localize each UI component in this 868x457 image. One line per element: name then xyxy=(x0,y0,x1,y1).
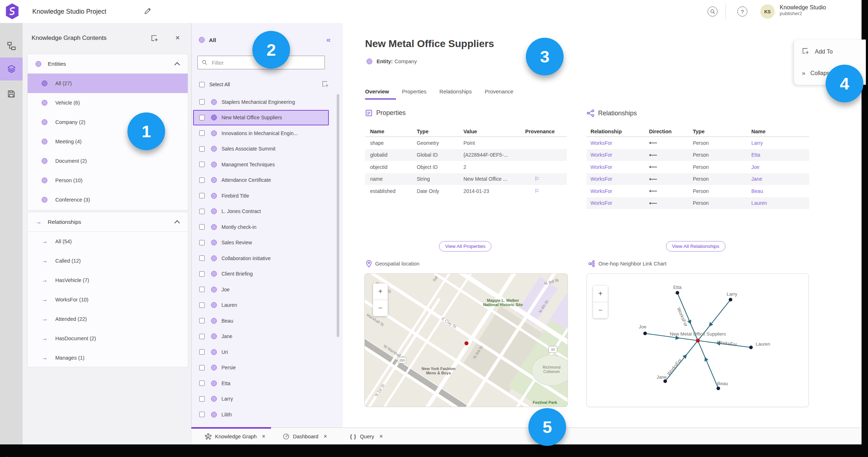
entity-checkbox[interactable] xyxy=(199,146,205,152)
table-row[interactable]: WorksFor ⟵ Person Larry xyxy=(587,137,809,149)
entity-checkbox[interactable] xyxy=(199,240,205,245)
graph-node-jane[interactable] xyxy=(663,379,667,383)
view-all-properties-button[interactable]: View All Properties xyxy=(439,241,491,251)
relationship-link[interactable]: WorksFor xyxy=(591,200,649,206)
view-all-relationships-button[interactable]: View All Relationships xyxy=(666,241,725,251)
entity-checkbox[interactable] xyxy=(199,99,205,105)
tab-query[interactable]: { } Query ✕ xyxy=(350,428,383,445)
entity-checkbox[interactable] xyxy=(199,349,205,355)
select-all-checkbox[interactable] xyxy=(199,82,205,87)
close-tab-icon[interactable]: ✕ xyxy=(262,434,266,439)
entity-checkbox[interactable] xyxy=(199,115,205,120)
entity-type-row[interactable]: Document (2) xyxy=(28,151,188,171)
table-row[interactable]: established Date Only 2014-01-23 ⚐ xyxy=(365,185,567,197)
map[interactable]: W Clay St Marshall St W Marshall St E Cl… xyxy=(364,273,568,407)
relationship-type-row[interactable]: → WorksFor (10) xyxy=(28,290,188,309)
chevron-up-icon[interactable] xyxy=(174,220,180,226)
relationship-link[interactable]: WorksFor xyxy=(591,152,649,158)
related-entity-link[interactable]: Etta xyxy=(751,152,809,158)
tab-dashboard[interactable]: Dashboard ✕ xyxy=(283,428,327,445)
entity-type-row[interactable]: All (27) xyxy=(28,74,188,93)
entity-list-item[interactable]: L. Jones Contract xyxy=(193,204,329,220)
entity-list-item[interactable]: Jane xyxy=(193,329,329,345)
entity-checkbox[interactable] xyxy=(199,412,205,417)
entity-list-item[interactable]: Staplers Mechanical Engineering xyxy=(193,94,329,110)
detail-tab[interactable]: Properties xyxy=(402,88,426,94)
add-to-new-window-icon[interactable] xyxy=(322,80,329,89)
related-entity-link[interactable]: Larry xyxy=(751,140,809,146)
add-to-menu-item[interactable]: Add To xyxy=(794,44,866,60)
relationships-header[interactable]: → Relationships xyxy=(28,212,188,232)
table-row[interactable]: WorksFor ⟵ Person Lauren xyxy=(587,197,809,209)
entity-checkbox[interactable] xyxy=(199,396,205,402)
entity-checkbox[interactable] xyxy=(199,303,205,308)
search-button[interactable] xyxy=(708,6,718,17)
detail-tab[interactable]: Provenance xyxy=(485,88,513,94)
graph-node-larry[interactable] xyxy=(729,298,732,301)
entity-checkbox[interactable] xyxy=(199,209,205,214)
entity-checkbox[interactable] xyxy=(199,365,205,370)
entity-checkbox[interactable] xyxy=(199,287,205,292)
relationship-type-row[interactable]: → HasVehicle (7) xyxy=(28,271,188,290)
entity-checkbox[interactable] xyxy=(199,380,205,386)
relationship-type-row[interactable]: → All (54) xyxy=(28,232,188,251)
avatar[interactable]: KS xyxy=(760,4,775,19)
entity-list-item[interactable]: Joe xyxy=(193,282,329,297)
relationship-type-row[interactable]: → Manages (1) xyxy=(28,348,188,368)
entity-list-item[interactable]: Innovations in Mechanical Engin... xyxy=(193,125,329,141)
entity-list-item[interactable]: Client Briefing xyxy=(193,266,329,282)
entity-list-item[interactable]: Uri xyxy=(193,344,329,360)
related-entity-link[interactable]: Joe xyxy=(751,164,809,170)
table-row[interactable]: shape Geometry Point xyxy=(365,137,567,149)
table-row[interactable]: WorksFor ⟵ Person Jane xyxy=(587,173,809,185)
edit-title-icon[interactable] xyxy=(144,7,151,17)
relationship-type-row[interactable]: → Attended (22) xyxy=(28,309,188,329)
entity-list-item[interactable]: Sales Review xyxy=(193,235,329,251)
relationship-link[interactable]: WorksFor xyxy=(591,140,649,146)
close-tab-icon[interactable]: ✕ xyxy=(379,434,383,439)
provenance-flag-icon[interactable]: ⚐ xyxy=(525,176,567,182)
related-entity-link[interactable]: Lauren xyxy=(751,200,809,206)
entity-list-item[interactable]: Montly check-in xyxy=(193,219,329,235)
tab-knowledge-graph[interactable]: Knowledge Graph ✕ xyxy=(205,428,266,445)
entity-list-item[interactable]: Lilith xyxy=(193,407,329,423)
rail-item-layers[interactable] xyxy=(0,57,23,80)
entity-checkbox[interactable] xyxy=(199,130,205,136)
entity-checkbox[interactable] xyxy=(199,177,205,183)
relationship-type-row[interactable]: → HasDocument (2) xyxy=(28,329,188,348)
entities-header[interactable]: Entities xyxy=(28,54,188,74)
entity-checkbox[interactable] xyxy=(199,255,205,261)
close-panel-icon[interactable]: ✕ xyxy=(175,34,180,41)
entity-list-item[interactable]: Persie xyxy=(193,360,329,376)
graph-node-joe[interactable] xyxy=(643,332,647,335)
entity-checkbox[interactable] xyxy=(199,271,205,277)
close-tab-icon[interactable]: ✕ xyxy=(323,434,327,439)
detail-tab[interactable]: Overview xyxy=(365,88,389,94)
table-row[interactable]: WorksFor ⟵ Person Joe xyxy=(587,161,809,173)
graph-node-beau[interactable] xyxy=(717,387,720,390)
relationship-link[interactable]: WorksFor xyxy=(591,164,649,170)
table-row[interactable]: globalid Global ID {A228944F-0EF5-... xyxy=(365,149,567,161)
expand-rail-icon[interactable]: » xyxy=(6,453,9,457)
entity-list-item[interactable]: New Metal Office Suppliers xyxy=(193,110,329,126)
help-button[interactable]: ? xyxy=(737,6,747,17)
collapse-panel-icon[interactable]: « xyxy=(326,35,331,44)
entity-list-item[interactable]: Lauren xyxy=(193,297,329,313)
link-chart[interactable]: + − xyxy=(587,273,809,407)
entity-checkbox[interactable] xyxy=(199,193,205,198)
table-row[interactable]: WorksFor ⟵ Person Beau xyxy=(587,185,809,197)
table-row[interactable]: objectid Object ID 2 xyxy=(365,161,567,173)
table-row[interactable]: WorksFor ⟵ Person Etta xyxy=(587,149,809,161)
provenance-flag-icon[interactable]: ⚐ xyxy=(525,188,567,194)
entity-type-row[interactable]: Vehicle (6) xyxy=(28,93,188,112)
graph-node-etta[interactable] xyxy=(676,291,679,295)
relationship-type-row[interactable]: → Called (12) xyxy=(28,251,188,271)
zoom-out-button[interactable]: − xyxy=(593,302,608,318)
chevron-up-icon[interactable] xyxy=(174,62,180,68)
entity-list-item[interactable]: Etta xyxy=(193,375,329,391)
graph-node-lauren[interactable] xyxy=(749,346,753,349)
entity-type-row[interactable]: Person (10) xyxy=(28,171,188,190)
entity-list-item[interactable]: Sales Associate Summit xyxy=(193,141,329,157)
entity-list-item[interactable]: Larry xyxy=(193,391,329,407)
rail-item-schema[interactable] xyxy=(0,34,23,57)
